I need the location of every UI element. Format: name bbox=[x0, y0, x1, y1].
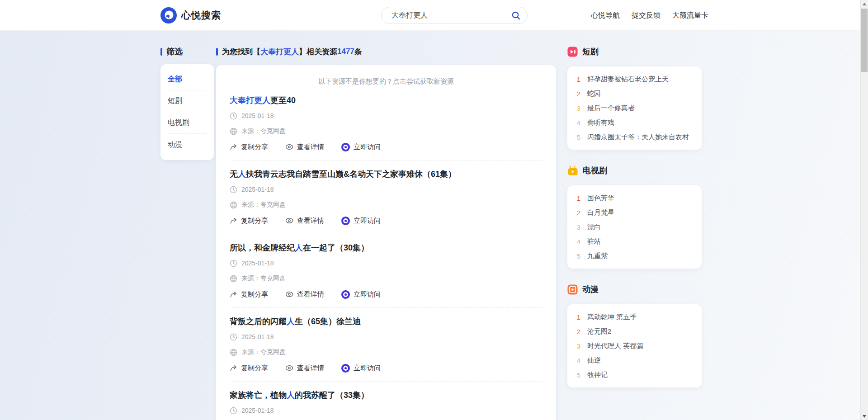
rank-row[interactable]: 2 白月梵星 bbox=[576, 205, 693, 220]
logo[interactable]: 心悦搜索 bbox=[160, 0, 221, 31]
visit-brand-icon bbox=[341, 364, 350, 373]
result-title[interactable]: 所以，和金牌经纪人在一起了（30集） bbox=[230, 242, 542, 253]
scrollbar-up-arrow[interactable] bbox=[861, 0, 868, 8]
view-detail-button[interactable]: 查看详情 bbox=[285, 143, 324, 151]
eye-icon bbox=[285, 217, 293, 224]
visit-now-button[interactable]: 立即访问 bbox=[341, 290, 381, 299]
search-button[interactable] bbox=[511, 11, 527, 20]
rank-number: 1 bbox=[576, 313, 582, 321]
rank-item-title: 蛇园 bbox=[587, 90, 601, 98]
rank-item-title: 白月梵星 bbox=[587, 208, 614, 217]
clock-icon bbox=[230, 186, 237, 193]
rank-card: 1 武动乾坤 第五季 2 沧元图2 3 时光代理人 英都篇 4 仙逆 5 牧神记 bbox=[567, 304, 702, 387]
visit-now-button[interactable]: 立即访问 bbox=[341, 217, 381, 225]
ranking-column: 短剧 1 好孕甜妻被钻石老公宠上天 2 蛇园 3 最后一个修真者 4 偷听有戏 … bbox=[567, 31, 702, 389]
result-date-row: 2025-01-18 bbox=[230, 185, 542, 194]
rank-row[interactable]: 3 最后一个修真者 bbox=[576, 101, 693, 115]
results-card: 以下资源不是你想要的？点击尝试获取新资源 大奉打更人更至40 2025-01-1… bbox=[216, 65, 556, 420]
result-date-row: 2025-01-18 bbox=[230, 259, 542, 268]
filter-card: 全部短剧电视剧动漫 bbox=[160, 64, 214, 160]
eye-icon bbox=[285, 291, 293, 297]
rank-section-title: 电视剧 bbox=[583, 165, 607, 176]
copy-share-label: 复制分享 bbox=[241, 143, 268, 151]
rank-row[interactable]: 4 驻站 bbox=[576, 234, 693, 249]
rank-row[interactable]: 1 武动乾坤 第五季 bbox=[576, 310, 693, 324]
share-arrow-icon bbox=[230, 364, 237, 372]
result-actions: 复制分享 查看详情 立 bbox=[230, 363, 542, 373]
rank-row[interactable]: 3 漂白 bbox=[576, 220, 693, 234]
rank-section-header: 电视剧 bbox=[567, 165, 702, 176]
rank-section: 动漫 1 武动乾坤 第五季 2 沧元图2 3 时光代理人 英都篇 4 仙逆 5 … bbox=[567, 283, 702, 387]
filter-title: 筛选 bbox=[166, 46, 183, 57]
clock-icon bbox=[230, 333, 237, 341]
visit-now-label: 立即访问 bbox=[354, 290, 381, 299]
result-title[interactable]: 大奉打更人更至40 bbox=[230, 95, 542, 106]
filter-item-1[interactable]: 短剧 bbox=[168, 90, 207, 112]
result-item: 所以，和金牌经纪人在一起了（30集） 2025-01-18 来源 bbox=[230, 242, 542, 308]
result-source: 来源：夸克网盘 bbox=[241, 348, 286, 356]
result-source-row: 来源：夸克网盘 bbox=[230, 274, 542, 283]
result-date: 2025-01-18 bbox=[241, 333, 274, 340]
rank-row[interactable]: 1 国色芳华 bbox=[576, 191, 693, 205]
rank-row[interactable]: 5 牧神记 bbox=[576, 368, 693, 382]
search-input[interactable] bbox=[382, 11, 511, 19]
result-title[interactable]: 背叛之后的闪耀人生（65集）徐兰迪 bbox=[230, 316, 542, 327]
search-icon bbox=[511, 11, 521, 20]
rank-row[interactable]: 2 沧元图2 bbox=[576, 324, 693, 339]
rank-item-title: 最后一个修真者 bbox=[587, 104, 635, 113]
rank-row[interactable]: 5 九重紫 bbox=[576, 249, 693, 263]
rank-item-title: 闪婚京圈太子爷：夫人她来自农村 bbox=[587, 133, 689, 142]
rank-row[interactable]: 4 仙逆 bbox=[576, 353, 693, 368]
blue-bar bbox=[160, 48, 162, 56]
nav-link-2[interactable]: 大额流量卡 bbox=[672, 11, 708, 20]
result-actions: 复制分享 查看详情 立 bbox=[230, 216, 542, 226]
visit-now-label: 立即访问 bbox=[354, 217, 381, 225]
filter-column: 筛选 全部短剧电视剧动漫 bbox=[160, 31, 214, 160]
visit-now-button[interactable]: 立即访问 bbox=[341, 143, 381, 151]
rank-number: 3 bbox=[576, 342, 582, 350]
rank-row[interactable]: 3 时光代理人 英都篇 bbox=[576, 339, 693, 353]
rank-row[interactable]: 1 好孕甜妻被钻石老公宠上天 bbox=[576, 72, 693, 86]
result-item: 背叛之后的闪耀人生（65集）徐兰迪 2025-01-18 来源： bbox=[230, 316, 542, 382]
rank-number: 2 bbox=[576, 209, 582, 217]
view-detail-button[interactable]: 查看详情 bbox=[285, 217, 324, 225]
view-detail-label: 查看详情 bbox=[297, 217, 324, 225]
view-detail-button[interactable]: 查看详情 bbox=[285, 364, 324, 373]
result-title[interactable]: 家族将亡，植物人的我苏醒了（33集） bbox=[230, 390, 542, 401]
result-date: 2025-01-18 bbox=[241, 186, 274, 193]
result-actions: 复制分享 查看详情 立 bbox=[230, 289, 542, 299]
globe-icon bbox=[230, 275, 237, 283]
nav-link-0[interactable]: 心悦导航 bbox=[591, 11, 620, 20]
copy-share-button[interactable]: 复制分享 bbox=[230, 364, 268, 373]
view-detail-button[interactable]: 查看详情 bbox=[285, 290, 324, 299]
result-title[interactable]: 无人扶我青云志我自踏雪至山巅&名动天下之家事难休（61集） bbox=[230, 169, 542, 179]
copy-share-button[interactable]: 复制分享 bbox=[230, 290, 268, 299]
heading-prefix: 为您找到【 bbox=[222, 47, 260, 57]
view-detail-label: 查看详情 bbox=[297, 290, 324, 299]
scrollbar-down-arrow[interactable] bbox=[861, 412, 868, 420]
heading-keyword: 大奉打更人 bbox=[260, 47, 299, 57]
rank-item-title: 沧元图2 bbox=[587, 327, 611, 336]
refresh-resources-link[interactable]: 以下资源不是你想要的？点击尝试获取新资源 bbox=[230, 77, 542, 86]
filter-item-2[interactable]: 电视剧 bbox=[168, 112, 207, 134]
copy-share-button[interactable]: 复制分享 bbox=[230, 217, 268, 225]
visit-now-label: 立即访问 bbox=[354, 143, 381, 151]
result-actions: 复制分享 查看详情 立 bbox=[230, 142, 542, 152]
rank-item-title: 好孕甜妻被钻石老公宠上天 bbox=[587, 75, 669, 84]
rank-item-title: 驻站 bbox=[587, 237, 601, 246]
rank-row[interactable]: 4 偷听有戏 bbox=[576, 115, 693, 130]
rank-row[interactable]: 5 闪婚京圈太子爷：夫人她来自农村 bbox=[576, 130, 693, 144]
result-date: 2025-01-18 bbox=[241, 260, 274, 267]
scrollbar[interactable] bbox=[860, 0, 868, 420]
rank-number: 5 bbox=[576, 133, 582, 141]
visit-now-button[interactable]: 立即访问 bbox=[341, 364, 381, 373]
filter-item-3[interactable]: 动漫 bbox=[168, 134, 207, 156]
copy-share-button[interactable]: 复制分享 bbox=[230, 143, 268, 151]
filter-item-0[interactable]: 全部 bbox=[168, 69, 207, 90]
heading-suffix: 条 bbox=[354, 47, 362, 57]
rank-row[interactable]: 2 蛇园 bbox=[576, 86, 693, 101]
scrollbar-thumb[interactable] bbox=[861, 9, 868, 72]
rank-section: 电视剧 1 国色芳华 2 白月梵星 3 漂白 4 驻站 5 九重紫 bbox=[567, 165, 702, 269]
clock-icon bbox=[230, 112, 237, 120]
nav-link-1[interactable]: 提交反馈 bbox=[632, 11, 660, 20]
